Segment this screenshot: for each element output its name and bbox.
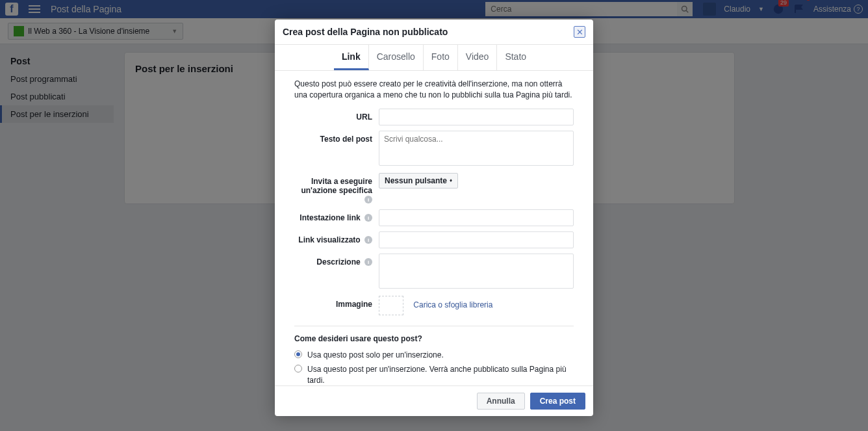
post-text-input[interactable] [379,131,574,166]
sort-icon: ♦ [450,177,452,183]
post-text-label: Testo del post [294,131,379,168]
display-link-label: Link visualizzato i [294,231,379,248]
modal-overlay: Crea post della Pagina non pubblicato ✕ … [0,0,868,431]
headline-label: Intestazione link i [294,209,379,226]
headline-input[interactable] [379,209,574,226]
info-icon: i [364,258,372,266]
description-label: Descrizione i [294,254,379,291]
info-icon: i [364,236,372,244]
radio-option-ad-and-publish[interactable]: Usa questo post per un'inserzione. Verrà… [294,364,574,385]
image-upload-box[interactable] [379,296,403,315]
cta-label: Invita a eseguire un'azione specifica i [294,173,379,204]
modal-description: Questo post può essere creato per le cre… [294,79,574,101]
close-icon: ✕ [576,27,583,37]
url-input[interactable] [379,109,574,125]
tab-status[interactable]: Stato [497,45,534,70]
radio-icon [294,350,302,358]
info-icon: i [364,196,372,203]
radio-option-ad-only[interactable]: Usa questo post solo per un'inserzione. [294,350,574,361]
modal-close-button[interactable]: ✕ [574,26,585,38]
usage-question: Come desideri usare questo post? [294,334,574,343]
modal-title: Crea post della Pagina non pubblicato [283,27,448,37]
info-icon: i [364,214,372,222]
url-label: URL [294,109,379,125]
tab-photo[interactable]: Foto [424,45,458,70]
modal-tabs: Link Carosello Foto Video Stato [275,45,593,71]
tab-video[interactable]: Video [458,45,498,70]
upload-browse-link[interactable]: Carica o sfoglia libreria [413,300,492,309]
radio-icon [294,365,302,372]
description-input[interactable] [379,254,574,289]
create-post-button[interactable]: Crea post [530,393,585,410]
image-label: Immagine [294,296,379,315]
cancel-button[interactable]: Annulla [477,393,525,410]
tab-carousel[interactable]: Carosello [369,45,424,70]
create-post-modal: Crea post della Pagina non pubblicato ✕ … [275,20,593,416]
divider [294,326,574,326]
tab-link[interactable]: Link [334,45,369,70]
display-link-input[interactable] [379,231,574,248]
cta-dropdown[interactable]: Nessun pulsante ♦ [379,173,458,189]
